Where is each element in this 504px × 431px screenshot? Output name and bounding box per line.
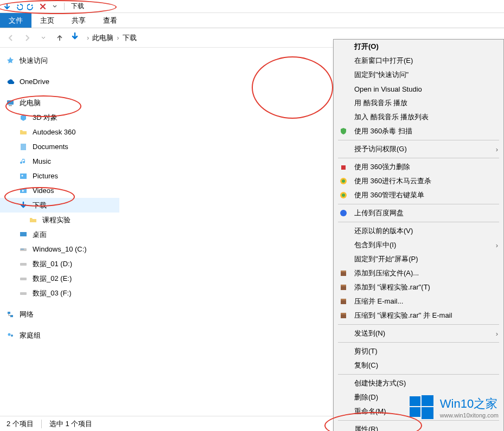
dropdown-icon[interactable] (50, 2, 60, 11)
menu-item-open-new-window[interactable]: 在新窗口中打开(E) (334, 54, 503, 68)
menu-item-open[interactable]: 打开(O) (334, 40, 503, 54)
blank-icon (338, 378, 349, 389)
menu-label: 用 酷我音乐 播放 (354, 98, 407, 108)
archive-icon (338, 282, 349, 293)
sidebar-item-documents[interactable]: Documents (0, 139, 119, 154)
sidebar-item-videos[interactable]: Videos (0, 183, 119, 198)
svg-rect-8 (21, 249, 24, 249)
menu-item-360-manage-menu[interactable]: 使用 360管理右键菜单 (334, 188, 503, 202)
menu-label: 固定到"开始"屏幕(P) (354, 254, 418, 264)
menu-item-pin-start[interactable]: 固定到"开始"屏幕(P) (334, 252, 503, 266)
menu-item-add-to-rar[interactable]: 添加到 "课程实验.rar"(T) (334, 280, 503, 294)
menu-item-copy[interactable]: 复制(C) (334, 358, 503, 372)
menu-separator (338, 420, 499, 421)
menu-label: 还原以前的版本(V) (354, 226, 413, 236)
tab-share[interactable]: 共享 (63, 13, 94, 28)
sidebar-item-quick-access[interactable]: 快速访问 (0, 53, 119, 68)
menu-item-create-shortcut[interactable]: 创建快捷方式(S) (334, 376, 503, 390)
blank-icon (338, 226, 349, 236)
sidebar-item-label: 数据_01 (D:) (33, 259, 72, 269)
chevron-right-icon: › (496, 145, 498, 153)
sidebar-item-pictures[interactable]: Pictures (0, 169, 119, 183)
menu-item-kugou-play[interactable]: 用 酷我音乐 播放 (334, 96, 503, 110)
context-menu: 打开(O) 在新窗口中打开(E) 固定到"快速访问" Open in Visua… (333, 39, 504, 431)
sidebar-item-this-pc[interactable]: 此电脑 (0, 95, 119, 110)
sidebar-item-label: 下载 (33, 201, 47, 210)
disk-icon (18, 259, 28, 269)
svg-rect-3 (20, 173, 27, 179)
tab-view[interactable]: 查看 (94, 13, 126, 28)
people-icon (5, 331, 15, 340)
breadcrumb[interactable]: › 此电脑 › 下载 (87, 33, 137, 43)
menu-item-baidu-upload[interactable]: 上传到百度网盘 (334, 206, 503, 220)
breadcrumb-pc[interactable]: 此电脑 (92, 33, 113, 43)
menu-label: 使用 360强力删除 (354, 162, 410, 172)
back-button[interactable] (4, 31, 17, 44)
sidebar-item-label: Autodesk 360 (33, 128, 76, 136)
sidebar-item-drive-f[interactable]: 数据_03 (F:) (0, 286, 119, 300)
menu-item-360-trojan-scan[interactable]: 使用 360进行木马云查杀 (334, 174, 503, 188)
cloud-upload-icon (338, 208, 349, 218)
menu-item-360-force-delete[interactable]: 使用 360强力删除 (334, 160, 503, 174)
svg-rect-10 (20, 278, 27, 280)
menu-item-kugou-add[interactable]: 加入 酷我音乐 播放列表 (334, 110, 503, 124)
blank-icon (338, 346, 349, 357)
svg-rect-32 (410, 407, 420, 417)
recent-button[interactable] (37, 31, 50, 44)
down-arrow-icon[interactable] (2, 2, 12, 11)
menu-item-grant-access[interactable]: 授予访问权限(G)› (334, 142, 503, 156)
menu-item-360-scan[interactable]: 使用 360杀毒 扫描 (334, 124, 503, 138)
menu-item-restore-versions[interactable]: 还原以前的版本(V) (334, 224, 503, 238)
blank-icon (338, 254, 349, 265)
sidebar-item-drive-e[interactable]: 数据_02 (E:) (0, 271, 119, 286)
sidebar-item-drive-c[interactable]: Windows_10 (C:) (0, 242, 119, 256)
menu-item-open-visual-studio[interactable]: Open in Visual Studio (334, 82, 503, 96)
sidebar-item-drive-d[interactable]: 数据_01 (D:) (0, 256, 119, 271)
sidebar-item-network[interactable]: 网络 (0, 307, 119, 321)
tab-home[interactable]: 主页 (31, 13, 63, 28)
svg-rect-6 (20, 232, 27, 236)
tab-file[interactable]: 文件 (0, 13, 31, 28)
menu-item-send-to[interactable]: 发送到(N)› (334, 326, 503, 340)
sidebar-item-onedrive[interactable]: OneDrive (0, 74, 119, 89)
blank-icon (338, 360, 349, 371)
undo-icon[interactable] (14, 2, 24, 11)
folder-icon (18, 127, 28, 137)
svg-rect-12 (8, 312, 10, 314)
sidebar-item-music[interactable]: Music (0, 154, 119, 169)
chevron-right-icon: › (87, 34, 89, 42)
trash-icon (338, 162, 349, 172)
menu-item-properties[interactable]: 属性(R) (334, 422, 503, 431)
menu-item-pin-quick-access[interactable]: 固定到"快速访问" (334, 68, 503, 82)
menu-item-cut[interactable]: 剪切(T) (334, 344, 503, 358)
sidebar-item-3d-objects[interactable]: 3D 对象 (0, 110, 119, 125)
menu-label: 授予访问权限(G) (354, 144, 407, 154)
sidebar-item-experiment-folder[interactable]: 课程实验 (0, 213, 119, 227)
redo-icon[interactable] (26, 2, 36, 11)
watermark-url: www.win10xitong.com (440, 412, 499, 419)
sidebar-item-desktop[interactable]: 桌面 (0, 227, 119, 242)
menu-item-compress-rar-email[interactable]: 压缩到 "课程实验.rar" 并 E-mail (334, 308, 503, 323)
sidebar-item-autodesk[interactable]: Autodesk 360 (0, 125, 119, 139)
blank-icon (338, 112, 349, 123)
svg-point-15 (11, 334, 13, 337)
breadcrumb-downloads[interactable]: 下载 (123, 33, 137, 43)
menu-item-add-to-archive[interactable]: 添加到压缩文件(A)... (334, 266, 503, 280)
network-icon (5, 310, 15, 319)
sidebar-item-downloads[interactable]: 下载 (0, 198, 119, 213)
menu-label: 压缩到 "课程实验.rar" 并 E-mail (354, 311, 452, 320)
menu-label: 添加到 "课程实验.rar"(T) (354, 282, 430, 292)
up-button[interactable] (53, 31, 66, 44)
delete-x-icon[interactable] (38, 2, 48, 11)
svg-rect-7 (20, 248, 27, 251)
menu-label: 使用 360管理右键菜单 (354, 190, 424, 200)
sidebar-item-label: Videos (33, 186, 54, 195)
forward-button[interactable] (21, 31, 34, 44)
chevron-right-icon: › (496, 241, 498, 249)
menu-label: 删除(D) (354, 393, 378, 402)
blank-icon (338, 83, 349, 94)
menu-item-compress-email[interactable]: 压缩并 E-mail... (334, 294, 503, 308)
sidebar-item-homegroup[interactable]: 家庭组 (0, 328, 119, 343)
svg-rect-16 (341, 165, 346, 170)
menu-item-include-library[interactable]: 包含到库中(I)› (334, 238, 503, 252)
